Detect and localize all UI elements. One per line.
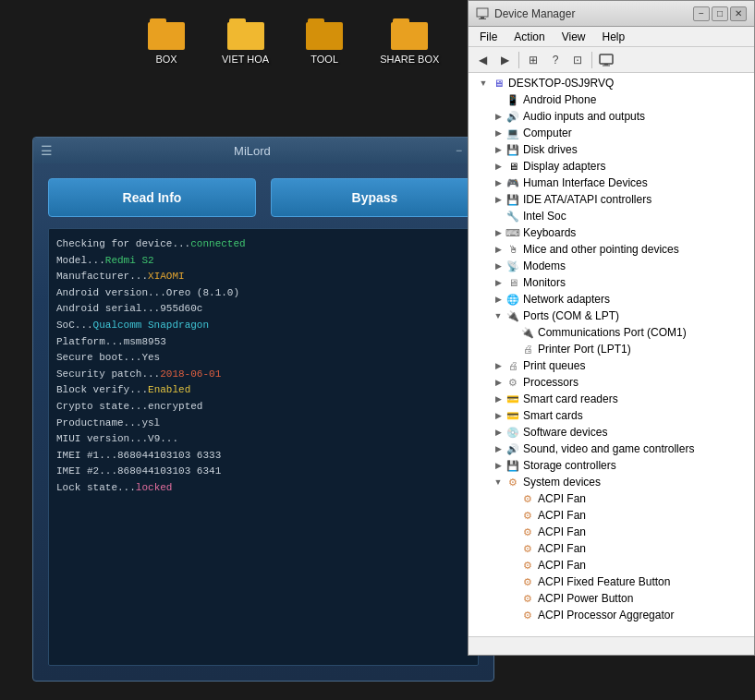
toolbar-monitor-button[interactable] [596,50,616,70]
tree-item-modems[interactable]: ▶ 📡 Modems [469,258,754,274]
log-line-0: Checking for device...connected [56,236,470,253]
tree-item-ports[interactable]: ▼ 🔌 Ports (COM & LPT) [469,308,754,324]
print-queues-label: Print queues [523,359,585,372]
tree-item-acpi-fan-1[interactable]: ⚙ ACPI Fan [469,490,754,507]
menu-help[interactable]: Help [595,29,633,45]
log-line-10: Crypto state...encrypted [56,399,470,416]
modems-icon: 📡 [505,259,520,273]
tree-item-disk-drives[interactable]: ▶ 💾 Disk drives [469,141,754,158]
tree-item-sound[interactable]: ▶ 🔊 Sound, video and game controllers [469,441,754,457]
acpi-processor-expand [505,608,520,622]
device-manager-statusbar [469,636,754,655]
ports-label: Ports (COM & LPT) [523,309,619,322]
log-line-3: Android version...Oreo (8.1.0) [56,285,470,302]
svg-rect-1 [481,17,484,18]
acpi-fan1-icon: ⚙ [520,491,535,506]
folder-icon-box [148,18,185,50]
acpi-fixed-label: ACPI Fixed Feature Button [538,575,670,588]
tree-item-android-phone[interactable]: 📱 Android Phone [469,91,754,108]
menu-view[interactable]: View [554,29,593,45]
log-line-15: Lock state...locked [56,480,470,497]
tree-item-smart-cards[interactable]: ▶ 💳 Smart cards [469,407,754,424]
bypass-button[interactable]: Bypass [271,178,479,217]
toolbar-forward-button[interactable]: ▶ [494,50,515,70]
com1-label: Communications Port (COM1) [538,326,687,339]
log-line-2: Manufacturer...XIAOMI [56,269,470,285]
disk-label: Disk drives [523,143,578,156]
acpi-fan3-label: ACPI Fan [538,525,586,538]
read-info-button[interactable]: Read Info [48,178,256,217]
icon-viet-hoa[interactable]: VIET HOA [222,18,269,65]
hid-label: Human Interface Devices [523,176,648,189]
tree-item-processors[interactable]: ▶ ⚙ Processors [469,374,754,391]
tree-item-computer[interactable]: ▶ 💻 Computer [469,125,754,141]
monitors-expand: ▶ [491,275,505,290]
icon-box[interactable]: BOX [148,18,185,65]
icon-share-box[interactable]: SHARE BOX [380,18,439,65]
smart-cards-icon: 💳 [505,408,520,423]
tree-item-display[interactable]: ▶ 🖥 Display adapters [469,158,754,175]
tree-item-acpi-processor[interactable]: ⚙ ACPI Processor Aggregator [469,607,754,623]
display-icon: 🖥 [505,159,520,174]
close-button[interactable]: ✕ [730,6,747,21]
tree-item-smart-card-readers[interactable]: ▶ 💳 Smart card readers [469,391,754,407]
computer-icon: 💻 [505,126,520,140]
window-controls: − □ ✕ [693,6,747,21]
lpt1-label: Printer Port (LPT1) [538,343,631,356]
desktop: BOX VIET HOA TOOL SHARE BOX ☰ [0,0,755,700]
tree-item-ide[interactable]: ▶ 💾 IDE ATA/ATAPI controllers [469,191,754,208]
toolbar-properties-button[interactable]: ⊞ [523,50,543,70]
smart-cards-expand: ▶ [491,408,505,423]
milord-menu-icon[interactable]: ☰ [41,143,53,158]
acpi-fan2-expand [505,508,520,523]
android-phone-expand [491,92,505,107]
tree-item-acpi-power[interactable]: ⚙ ACPI Power Button [469,590,754,607]
tree-item-acpi-fan-4[interactable]: ⚙ ACPI Fan [469,540,754,557]
mice-expand: ▶ [491,242,505,257]
root-expand-icon: ▼ [476,76,491,91]
device-tree[interactable]: ▼ 🖥 DESKTOP-0SJ9RVQ 📱 Android Phone ▶ 🔊 … [469,73,754,636]
tree-root[interactable]: ▼ 🖥 DESKTOP-0SJ9RVQ [469,75,754,91]
tree-item-software-devices[interactable]: ▶ 💿 Software devices [469,424,754,441]
tree-item-audio[interactable]: ▶ 🔊 Audio inputs and outputs [469,108,754,125]
milord-minimize-button[interactable]: − [452,144,466,157]
log-line-4: Android serial...955d60c [56,301,470,318]
tree-item-acpi-fixed[interactable]: ⚙ ACPI Fixed Feature Button [469,573,754,590]
tree-item-acpi-fan-3[interactable]: ⚙ ACPI Fan [469,524,754,540]
root-computer-icon: 🖥 [491,76,505,91]
menu-action[interactable]: Action [506,29,552,45]
ide-label: IDE ATA/ATAPI controllers [523,193,651,206]
software-devices-expand: ▶ [491,425,505,440]
icon-tool[interactable]: TOOL [306,18,343,65]
tree-item-intel[interactable]: 🔧 Intel Soc [469,208,754,224]
tree-item-storage[interactable]: ▶ 💾 Storage controllers [469,457,754,474]
tree-item-acpi-fan-5[interactable]: ⚙ ACPI Fan [469,557,754,573]
tree-item-hid[interactable]: ▶ 🎮 Human Interface Devices [469,175,754,191]
tree-item-network[interactable]: ▶ 🌐 Network adapters [469,291,754,308]
log-line-7: Secure boot...Yes [56,350,470,367]
minimize-button[interactable]: − [693,6,710,21]
network-label: Network adapters [523,293,610,306]
tree-item-lpt1[interactable]: 🖨 Printer Port (LPT1) [469,341,754,357]
toolbar-update-button[interactable]: ⊡ [567,50,588,70]
lpt1-icon: 🖨 [520,342,535,356]
tree-item-print-queues[interactable]: ▶ 🖨 Print queues [469,357,754,374]
log-line-1: Model...Redmi S2 [56,253,470,270]
acpi-fan3-icon: ⚙ [520,525,535,539]
toolbar-back-button[interactable]: ◀ [472,50,493,70]
maximize-button[interactable]: □ [712,6,728,21]
menu-file[interactable]: File [472,29,505,45]
tree-item-system-devices[interactable]: ▼ ⚙ System devices [469,474,754,490]
tree-item-mice[interactable]: ▶ 🖱 Mice and other pointing devices [469,241,754,258]
tree-item-acpi-fan-2[interactable]: ⚙ ACPI Fan [469,507,754,524]
toolbar-help-button[interactable]: ? [545,50,566,70]
tree-item-monitors[interactable]: ▶ 🖥 Monitors [469,274,754,291]
computer-label: Computer [523,127,572,139]
android-phone-icon: 📱 [505,92,520,107]
smart-card-readers-icon: 💳 [505,392,520,406]
ports-expand: ▼ [491,308,505,323]
modems-expand: ▶ [491,259,505,273]
acpi-power-icon: ⚙ [520,591,535,606]
tree-item-com1[interactable]: 🔌 Communications Port (COM1) [469,324,754,341]
tree-item-keyboards[interactable]: ▶ ⌨ Keyboards [469,224,754,241]
